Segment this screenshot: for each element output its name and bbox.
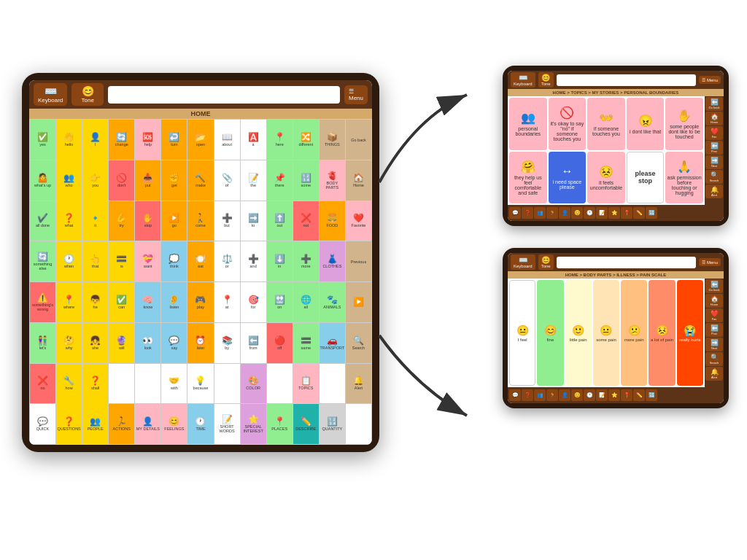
rt-b-tone-btn[interactable]: 😊 Tone xyxy=(538,254,554,270)
cell-you[interactable]: 👉you xyxy=(82,160,108,201)
cell-describe[interactable]: ✏️DESCRIBE xyxy=(293,404,319,444)
rt-bot-feelings[interactable]: 😊 xyxy=(571,207,583,219)
cell-she[interactable]: 👧she xyxy=(82,323,108,363)
cell-bodyparts[interactable]: 🫀BODY PARTS xyxy=(320,160,345,201)
cell-somethingwrong[interactable]: ⚠️something's wrong xyxy=(30,282,55,322)
rt-menu-btn[interactable]: ☰ Menu xyxy=(699,76,721,84)
cell-that[interactable]: 👆that xyxy=(82,241,108,281)
cell-no[interactable]: ❌no xyxy=(30,364,55,404)
cell-hello[interactable]: 👋hello xyxy=(56,120,82,160)
cell-about[interactable]: 📖about xyxy=(214,120,240,160)
cell-animals[interactable]: 🐾ANIMALS xyxy=(320,282,345,322)
rt-b-keyboard-btn[interactable]: ⌨️ Keyboard xyxy=(511,254,535,270)
pain-some[interactable]: 😐 some pain xyxy=(593,280,619,386)
rt-b-bot-words[interactable]: 📝 xyxy=(596,389,608,401)
cell-topics[interactable]: 📋TOPICS xyxy=(293,364,319,404)
cell-listen[interactable]: 👂listen xyxy=(161,282,187,322)
cell-where[interactable]: 📍where xyxy=(56,282,82,322)
cell-lets[interactable]: 👫let's xyxy=(30,323,55,363)
cell-people[interactable]: 👥PEOPLE xyxy=(82,404,108,444)
cell-specialinterest[interactable]: ⭐SPECIAL INTEREST xyxy=(241,404,266,444)
rt-bot-special[interactable]: ⭐ xyxy=(608,207,620,219)
cell-change[interactable]: 🔄change xyxy=(109,120,134,160)
cell-not[interactable]: ❌not xyxy=(293,201,319,241)
cell-search1[interactable]: 🔍Search xyxy=(346,323,371,363)
cell-what[interactable]: ❓what xyxy=(56,201,82,241)
rt-b-goback-btn[interactable]: ⬅️Go back xyxy=(705,279,723,293)
cell-some[interactable]: 🔢some xyxy=(293,160,319,201)
cell-put[interactable]: 📥put xyxy=(135,160,160,201)
cell-why[interactable]: 🤔why xyxy=(56,323,82,363)
rt-home-btn[interactable]: 🏠Home xyxy=(705,112,723,125)
rt-b-bot-time[interactable]: 🕐 xyxy=(584,389,595,401)
rt-b-bot-places[interactable]: 📍 xyxy=(621,389,632,401)
rt-b-bot-feelings[interactable]: 😊 xyxy=(571,389,583,401)
cell-places[interactable]: 📍PLACES xyxy=(267,404,293,444)
cell-out[interactable]: ⬆️out xyxy=(267,201,293,241)
keyboard-button[interactable]: ⌨️ Keyboard xyxy=(34,83,67,106)
menu-button[interactable]: ☰ Menu xyxy=(344,85,368,104)
cell-there[interactable]: 📌there xyxy=(267,160,293,201)
rt-bot-actions[interactable]: 🏃 xyxy=(546,207,558,219)
cell-of[interactable]: 📎of xyxy=(214,160,240,201)
cell-alert1[interactable]: 🔔Alert xyxy=(346,364,371,404)
pain-fine[interactable]: 😊 fine xyxy=(537,280,563,386)
rt-tone-btn[interactable]: 😊 Tone xyxy=(538,72,554,88)
rt-b-bot-q[interactable]: ❓ xyxy=(522,389,533,401)
rt-b-fav-btn[interactable]: ❤️Fav xyxy=(705,308,723,322)
cell-home1[interactable]: 🏠Home xyxy=(346,160,371,201)
text-display-bar[interactable] xyxy=(108,86,340,104)
rt-b-bot-quantity[interactable]: 🔢 xyxy=(646,389,657,401)
cell-help[interactable]: 🆘help xyxy=(135,120,160,160)
cell-for[interactable]: 🎯for xyxy=(241,282,266,322)
rt-bot-quick[interactable]: 💬 xyxy=(509,207,521,219)
rt-b-alert-btn[interactable]: 🔔Alert xyxy=(705,367,723,381)
rt-keyboard-btn[interactable]: ⌨️ Keyboard xyxy=(511,72,535,88)
rt-b-search-btn[interactable]: 🔍Search xyxy=(705,352,723,366)
cell-questions[interactable]: ❓QUESTIONS xyxy=(56,404,82,444)
rt-goback-btn[interactable]: ⬅️Go back xyxy=(705,97,723,111)
cell-favorite1[interactable]: ❤️Favorite xyxy=(346,201,371,241)
cell-on[interactable]: 🔛on xyxy=(267,282,293,322)
cell-say[interactable]: 💬say xyxy=(161,323,187,363)
cell-in[interactable]: ⬇️in xyxy=(267,241,293,281)
pain-ifeel[interactable]: 😐 I feel xyxy=(509,280,535,386)
cell-the[interactable]: 📝the xyxy=(241,160,266,201)
rt-alert-btn[interactable]: 🔔Alert xyxy=(705,184,723,198)
cell-i[interactable]: 👤I xyxy=(82,120,108,160)
cell-things[interactable]: 📦THINGS xyxy=(320,120,345,160)
rt-bot-details[interactable]: 👤 xyxy=(559,207,570,219)
cell-he[interactable]: 👦he xyxy=(82,282,108,322)
rt-b-prev-btn[interactable]: ⬅️Prev xyxy=(705,323,723,337)
cell-different[interactable]: 🔀different xyxy=(293,120,319,160)
cell-dont[interactable]: 🚫don't xyxy=(109,160,134,201)
rt-search-btn[interactable]: 🔍Search xyxy=(705,170,723,184)
rt-bot-q[interactable]: ❓ xyxy=(522,207,533,219)
cell-when[interactable]: 🕐when xyxy=(56,241,82,281)
cell-color[interactable]: 🎨COLOR xyxy=(241,364,266,404)
pain-reallyhurts[interactable]: 😭 really hurts xyxy=(677,280,703,386)
pb-personal-boundaries[interactable]: 👥 personal boundaries xyxy=(509,98,547,150)
cell-know[interactable]: 🧠know xyxy=(135,282,160,322)
cell-food[interactable]: 🍔FOOD xyxy=(320,201,345,241)
pb-some-people[interactable]: ✋ some people dont like to be touched xyxy=(665,98,703,150)
cell-clothes[interactable]: 👗CLOTHES xyxy=(320,241,345,281)
rt-b-next-btn[interactable]: ➡️Next xyxy=(705,338,723,351)
cell-with[interactable]: 🤝with xyxy=(161,364,187,404)
cell-whatsup[interactable]: 🤷what's up xyxy=(30,160,55,201)
cell-by[interactable]: 📚by xyxy=(214,323,240,363)
cell-yes[interactable]: ✅yes xyxy=(30,120,55,160)
cell-how[interactable]: 🔧how xyxy=(56,364,82,404)
rt-b-home-btn[interactable]: 🏠Home xyxy=(705,294,723,308)
cell-feelings[interactable]: 😊FEELINGS xyxy=(161,404,187,444)
cell-want[interactable]: 💝want xyxy=(135,241,160,281)
cell-come[interactable]: 🚶come xyxy=(187,201,213,241)
rt-b-text-bar[interactable] xyxy=(557,257,697,268)
rt-b-bot-people[interactable]: 👥 xyxy=(534,389,546,401)
cell-here[interactable]: 📍here xyxy=(267,120,293,160)
cell-it[interactable]: 🔹it xyxy=(82,201,108,241)
rt-b-bot-details[interactable]: 👤 xyxy=(559,389,570,401)
cell-quick[interactable]: 💬QUICK xyxy=(30,404,55,444)
cell-go[interactable]: ▶️go xyxy=(161,201,187,241)
rt-bot-people[interactable]: 👥 xyxy=(534,207,546,219)
